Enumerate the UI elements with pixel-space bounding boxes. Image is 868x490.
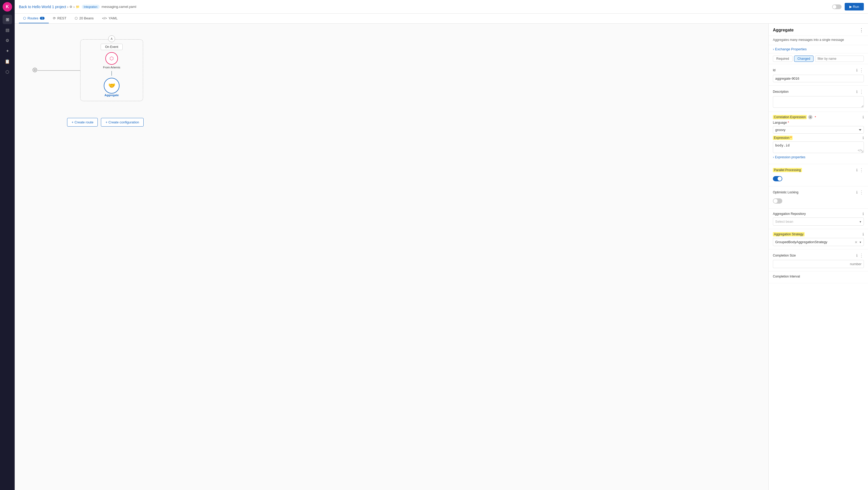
- aggregation-strategy-actions: ℹ: [863, 232, 864, 236]
- aggregate-node[interactable]: 🤝: [104, 78, 120, 94]
- id-field-menu[interactable]: ⋮: [859, 67, 864, 73]
- description-field-textarea[interactable]: [773, 96, 864, 108]
- run-button[interactable]: ▶ Run: [845, 3, 864, 10]
- tab-beans[interactable]: ⬡ 20 Beans: [70, 13, 98, 23]
- chevron-right-icon2: ›: [773, 155, 774, 159]
- id-field-group: Id ℹ ⋮: [769, 64, 868, 86]
- description-field-group: Description ℹ ⋮: [769, 86, 868, 112]
- a-label: A: [108, 35, 115, 42]
- parallel-info-icon[interactable]: ℹ: [856, 168, 858, 172]
- description-field-header: Description ℹ ⋮: [773, 89, 864, 95]
- on-event-label: On Event: [101, 44, 123, 50]
- expression-textarea[interactable]: body.id: [773, 142, 864, 153]
- optimistic-field-menu[interactable]: ⋮: [859, 189, 864, 195]
- id-field-label: Id: [773, 68, 775, 72]
- exchange-props-label: Exchange Properties: [775, 47, 807, 51]
- node-row: ⬡ From Artemis 🤝 Aggregate: [85, 52, 138, 97]
- aggregation-repository-actions: ℹ: [863, 212, 864, 216]
- optimistic-locking-group: Optimistic Locking ℹ ⋮: [769, 186, 868, 209]
- panel-menu-button[interactable]: ⋮: [859, 27, 864, 33]
- select-bean-select[interactable]: Select bean: [773, 217, 864, 225]
- description-field-label: Description: [773, 90, 788, 94]
- aggregation-select-value[interactable]: GroupedBodyAggregationStrategy: [773, 238, 864, 246]
- back-link[interactable]: Back to Hello World 1 project: [19, 5, 66, 9]
- language-field-header: Language: [773, 121, 864, 124]
- main-container: Back to Hello World 1 project › ⚙ › 📁 In…: [15, 0, 868, 490]
- optimistic-locking-actions: ℹ ⋮: [856, 189, 864, 195]
- aggregation-strategy-label: Aggregation Strategy: [773, 232, 805, 236]
- parallel-toggle-row: [773, 175, 864, 183]
- create-config-button[interactable]: + Create configuration: [101, 118, 143, 127]
- tab-routes-icon: ⬡: [23, 16, 26, 20]
- correlation-expression-group: Correlation Expression ✕ * ℹ Language gr…: [769, 112, 868, 164]
- filter-tab-required[interactable]: Required: [773, 56, 793, 62]
- panel-description: Aggregates many messages into a single m…: [769, 36, 868, 45]
- description-field-menu[interactable]: ⋮: [859, 89, 864, 95]
- exchange-properties-section: › Exchange Properties: [769, 45, 868, 54]
- expression-info-icon[interactable]: ℹ: [863, 136, 864, 140]
- parallel-toggle[interactable]: [773, 176, 782, 181]
- tab-routes[interactable]: ⬡ Routes 1: [19, 13, 49, 23]
- filename-label: messaging.camel.yaml: [102, 5, 136, 9]
- completion-size-info-icon[interactable]: ℹ: [856, 253, 858, 257]
- select-bean-wrapper: Select bean ▼: [773, 217, 864, 225]
- create-buttons: + Create route + Create configuration: [67, 118, 144, 127]
- expression-field-actions: ℹ: [863, 136, 864, 140]
- aggregate-label: Aggregate: [104, 94, 119, 97]
- completion-interval-label: Completion Interval: [773, 275, 800, 278]
- aggregation-repository-group: Aggregation Repository ℹ Select bean ▼: [769, 209, 868, 229]
- parallel-processing-label: Parallel Processing: [773, 168, 802, 172]
- expression-field-header: Expression ℹ: [773, 136, 864, 140]
- expression-properties-link[interactable]: › Expression properties: [773, 154, 864, 161]
- language-select[interactable]: groovy javascript simple jq: [773, 126, 864, 134]
- strategy-info-icon[interactable]: ℹ: [863, 232, 864, 236]
- content-area: 4 A On Event ⬡ From Artemis: [15, 24, 868, 490]
- header: Back to Hello World 1 project › ⚙ › 📁 In…: [15, 0, 868, 13]
- filter-tab-changed[interactable]: Changed: [794, 56, 814, 62]
- tab-rest[interactable]: ⟳ REST: [49, 13, 71, 23]
- create-route-button[interactable]: + Create route: [67, 118, 98, 127]
- nav-icon-layers[interactable]: ▤: [3, 25, 12, 35]
- exchange-properties-link[interactable]: › Exchange Properties: [773, 47, 864, 51]
- tabs-bar: ⬡ Routes 1 ⟳ REST ⬡ 20 Beans </> YAML: [15, 13, 868, 24]
- tab-routes-label: Routes: [28, 16, 38, 20]
- correlation-info-icon[interactable]: ℹ: [863, 115, 864, 119]
- completion-interval-group: Completion Interval: [769, 272, 868, 283]
- canvas[interactable]: 4 A On Event ⬡ From Artemis: [15, 24, 768, 490]
- id-info-icon[interactable]: ℹ: [856, 68, 858, 72]
- breadcrumb-sep2: ›: [73, 5, 75, 9]
- language-field-label: Language: [773, 121, 789, 124]
- aggregation-select-wrapper: GroupedBodyAggregationStrategy ✕ ▼: [773, 238, 864, 246]
- tab-yaml[interactable]: </> YAML: [98, 13, 122, 23]
- parallel-toggle-knob: [778, 177, 782, 181]
- nav-icon-book[interactable]: 📋: [3, 57, 12, 66]
- toggle-switch[interactable]: [832, 4, 841, 9]
- breadcrumb: Back to Hello World 1 project › ⚙ › 📁: [19, 5, 80, 9]
- nav-icon-share[interactable]: ⬡: [3, 67, 12, 76]
- correlation-clear-button[interactable]: ✕: [808, 115, 812, 119]
- optimistic-toggle[interactable]: [773, 198, 782, 204]
- optimistic-info-icon[interactable]: ℹ: [856, 190, 858, 194]
- description-info-icon[interactable]: ℹ: [856, 90, 858, 94]
- parallel-processing-header: Parallel Processing ℹ ⋮: [773, 167, 864, 173]
- optimistic-locking-label: Optimistic Locking: [773, 190, 798, 194]
- nav-icon-grid[interactable]: ⊞: [3, 15, 12, 24]
- aggregation-arrow-icon[interactable]: ▼: [859, 241, 862, 243]
- parallel-field-menu[interactable]: ⋮: [859, 167, 864, 173]
- nav-icon-puzzle[interactable]: ✦: [3, 46, 12, 56]
- aggregation-clear-icon[interactable]: ✕: [855, 240, 858, 244]
- tab-yaml-label: YAML: [108, 16, 117, 20]
- from-artemis-node[interactable]: ⬡: [105, 52, 118, 65]
- optimistic-locking-header: Optimistic Locking ℹ ⋮: [773, 189, 864, 195]
- nav-icon-settings[interactable]: ⚙: [3, 36, 12, 45]
- description-field-actions: ℹ ⋮: [856, 89, 864, 95]
- right-panel: Aggregate ⋮ Aggregates many messages int…: [768, 24, 868, 490]
- id-field-input[interactable]: [773, 75, 864, 82]
- app-logo: K: [3, 2, 12, 11]
- completion-size-menu[interactable]: ⋮: [859, 253, 864, 258]
- repo-info-icon[interactable]: ℹ: [863, 212, 864, 216]
- completion-size-header: Completion Size ℹ ⋮: [773, 253, 864, 258]
- aggregate-icon: 🤝: [108, 82, 115, 89]
- completion-size-input[interactable]: [773, 260, 864, 268]
- filter-by-name-input[interactable]: [815, 56, 864, 62]
